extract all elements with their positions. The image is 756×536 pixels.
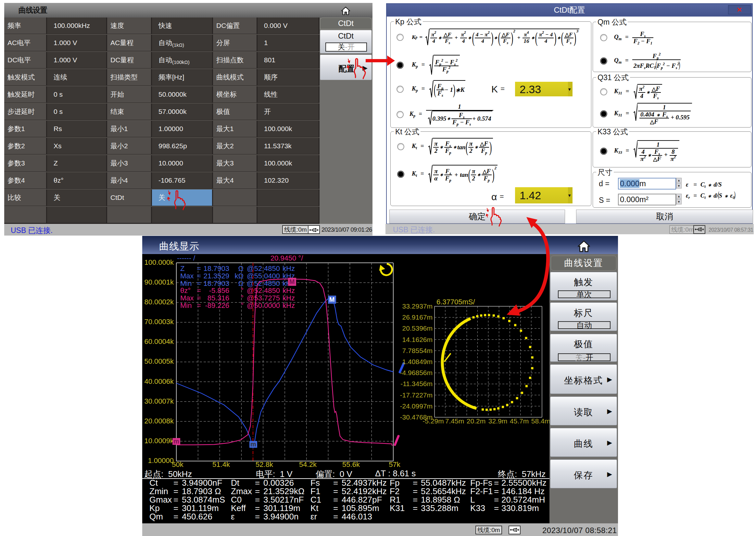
svg-text:14.1626m: 14.1626m	[402, 336, 433, 343]
svg-text:50k: 50k	[172, 460, 184, 469]
svg-text:18.7903: 18.7903	[203, 264, 229, 273]
svg-text:10.0009k: 10.0009k	[144, 437, 174, 445]
svg-text:Ω: Ω	[238, 279, 243, 287]
svg-text:1.00000: 1.00000	[148, 456, 174, 465]
svg-text:Max: Max	[180, 294, 194, 302]
svg-text:-89.226: -89.226	[205, 301, 229, 310]
svg-text:=: =	[197, 279, 201, 287]
svg-text:=: =	[197, 301, 201, 310]
svg-text:Max: Max	[180, 272, 194, 280]
svg-text:50.0005k: 50.0005k	[144, 357, 174, 365]
svg-text:Ω: Ω	[238, 264, 243, 273]
svg-text:21.3529: 21.3529	[203, 272, 229, 280]
svg-text:------ /: ------ /	[177, 254, 196, 262]
svg-text:kHz: kHz	[282, 264, 295, 273]
svg-text:-17.7227m: -17.7227m	[400, 391, 433, 399]
svg-text:58.4m: 58.4m	[531, 417, 550, 425]
svg-text:M: M	[289, 278, 295, 285]
svg-text:-5.29m: -5.29m	[422, 417, 444, 425]
svg-text:kHz: kHz	[282, 301, 295, 310]
svg-text:85.316: 85.316	[207, 294, 229, 302]
svg-text:90.0001k: 90.0001k	[144, 278, 174, 286]
svg-text:52.4850: 52.4850	[254, 286, 280, 295]
svg-text:=: =	[197, 272, 201, 280]
svg-text:-4.96856m: -4.96856m	[400, 369, 433, 376]
svg-text:55.0400: 55.0400	[254, 272, 280, 280]
svg-text:45.7m: 45.7m	[510, 417, 529, 425]
svg-text:26.9167m: 26.9167m	[402, 314, 433, 321]
svg-text:m: m	[250, 441, 256, 448]
svg-text:57k: 57k	[389, 460, 400, 469]
svg-text:1.40849m: 1.40849m	[402, 358, 433, 365]
svg-text:=: =	[197, 286, 201, 295]
svg-text:kHz: kHz	[282, 286, 295, 295]
svg-text:40.0006k: 40.0006k	[144, 377, 174, 385]
svg-text:55.6k: 55.6k	[342, 460, 360, 469]
svg-text:51.4k: 51.4k	[212, 460, 230, 469]
svg-text:Min: Min	[180, 279, 192, 287]
svg-text:=: =	[197, 294, 201, 302]
svg-text:60.0004k: 60.0004k	[144, 337, 174, 346]
svg-text:θz°: θz°	[180, 286, 191, 295]
svg-text:°: °	[241, 286, 243, 295]
svg-text:100.000k: 100.000k	[144, 258, 174, 266]
svg-text:-11.3456m: -11.3456m	[400, 380, 433, 387]
svg-text:kHz: kHz	[282, 294, 295, 302]
svg-text:53.7275: 53.7275	[254, 294, 280, 302]
svg-text:52.4850: 52.4850	[254, 264, 280, 273]
svg-text:-24.0997m: -24.0997m	[400, 402, 433, 410]
svg-text:m: m	[173, 438, 179, 445]
svg-text:20.0008k: 20.0008k	[144, 417, 174, 425]
svg-text:7.45m: 7.45m	[445, 417, 464, 425]
svg-text:20.5396m: 20.5396m	[402, 324, 433, 332]
svg-text:°: °	[241, 294, 243, 302]
svg-text:7.78554m: 7.78554m	[402, 347, 433, 354]
svg-text:33.2937m: 33.2937m	[402, 302, 433, 310]
svg-text:6.37705mS/: 6.37705mS/	[436, 298, 475, 306]
svg-text:52.8k: 52.8k	[256, 460, 273, 469]
svg-text:32.9m: 32.9m	[488, 417, 507, 425]
svg-text:50.0000: 50.0000	[254, 301, 280, 310]
svg-text:°: °	[241, 301, 243, 310]
svg-text:kΩ: kΩ	[235, 272, 243, 280]
svg-text:Z: Z	[180, 264, 184, 273]
svg-text:=: =	[197, 264, 201, 273]
svg-text:18.7903: 18.7903	[203, 279, 229, 287]
svg-text:20.2m: 20.2m	[467, 417, 486, 425]
svg-text:30.0007k: 30.0007k	[144, 397, 174, 405]
svg-text:Min: Min	[180, 301, 192, 310]
svg-text:M: M	[329, 296, 335, 303]
svg-text:70.0003k: 70.0003k	[144, 318, 174, 326]
svg-text:80.0002k: 80.0002k	[144, 298, 174, 306]
svg-text:54.2k: 54.2k	[299, 460, 317, 469]
svg-text:20.9450 °/: 20.9450 °/	[270, 254, 303, 262]
svg-text:-5.856: -5.856	[209, 286, 229, 295]
